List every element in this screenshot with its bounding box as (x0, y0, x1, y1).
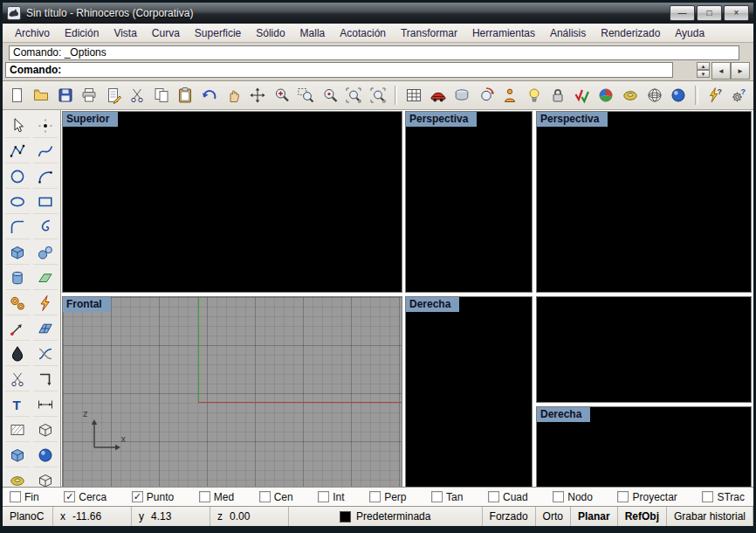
menu-item-solido[interactable]: Sólido (249, 25, 292, 41)
circle-icon[interactable] (5, 165, 30, 189)
corner-icon[interactable] (33, 368, 58, 391)
menu-item-vista[interactable]: Vista (107, 25, 143, 41)
box-icon[interactable] (5, 241, 30, 265)
fillet-icon[interactable] (5, 216, 30, 239)
menu-item-herramientas[interactable]: Herramientas (465, 25, 542, 41)
cube-icon[interactable] (33, 469, 58, 487)
scroll-up-button[interactable]: ▲ (697, 62, 710, 70)
osnap-checkbox-proyectar[interactable] (617, 491, 629, 502)
menu-item-acotacion[interactable]: Acotación (333, 25, 393, 41)
lights-icon[interactable] (524, 85, 545, 106)
move-view-icon[interactable] (247, 85, 268, 106)
gears-icon[interactable] (5, 292, 30, 315)
menu-item-edicion[interactable]: Edición (58, 25, 106, 41)
viewport-derecha-bottom[interactable]: Derecha (536, 406, 752, 487)
zoom-selected-icon[interactable] (320, 85, 340, 106)
osnap-item-fin[interactable]: Fin (10, 491, 39, 503)
menu-item-renderizado[interactable]: Renderizado (594, 25, 667, 41)
statusbar-orto[interactable]: Orto (536, 507, 571, 526)
text-icon[interactable]: T (5, 393, 30, 417)
layers-icon[interactable] (452, 85, 473, 106)
rectangle-icon[interactable] (33, 190, 58, 214)
rotate-view-icon[interactable] (476, 85, 497, 106)
osnap-checkbox-punto[interactable]: ✓ (132, 491, 143, 502)
statusbar-refobj[interactable]: RefObj (618, 507, 667, 526)
open-file-icon[interactable] (31, 85, 52, 106)
viewport-derecha-mid-label[interactable]: Derecha (406, 297, 459, 312)
osnap-checkbox-cuad[interactable] (488, 491, 499, 502)
osnap-checkbox-strac[interactable] (702, 491, 713, 502)
osnap-item-punto[interactable]: ✓Punto (132, 491, 174, 503)
viewport-superior-label[interactable]: Superior (63, 112, 118, 127)
minimize-button[interactable]: — (670, 5, 695, 21)
new-file-icon[interactable] (7, 85, 28, 106)
statusbar-planar[interactable]: Planar (571, 507, 618, 526)
point-icon[interactable] (33, 114, 58, 138)
osnap-checkbox-cerca[interactable]: ✓ (64, 491, 75, 502)
osnap-checkbox-perp[interactable] (369, 491, 381, 502)
viewport-frontal[interactable]: Frontal z x (62, 296, 402, 487)
statusbar-forzado[interactable]: Forzado (483, 507, 536, 526)
statusbar-grabar-historial[interactable]: Grabar historial (667, 507, 753, 526)
shaded-view-icon[interactable] (668, 85, 689, 106)
command-history[interactable]: Comando: _Options (9, 45, 739, 60)
plane-icon[interactable] (33, 266, 58, 290)
osnap-item-proyectar[interactable]: Proyectar (617, 491, 677, 503)
osnap-checkbox-nodo[interactable] (553, 491, 564, 502)
curve-icon[interactable] (33, 140, 58, 163)
wireframe-icon[interactable] (644, 85, 665, 106)
viewport-perspectiva-right[interactable]: Perspectiva (536, 111, 752, 293)
osnap-checkbox-tan[interactable] (431, 491, 443, 502)
torus-icon[interactable] (5, 469, 30, 487)
command-input[interactable]: Comando: (5, 62, 673, 78)
osnap-checkbox-int[interactable] (318, 491, 329, 502)
osnap-item-cen[interactable]: Cen (259, 491, 293, 503)
scroll-right-button[interactable]: ► (731, 62, 750, 80)
hatch-icon[interactable] (5, 419, 30, 442)
osnap-item-tan[interactable]: Tan (431, 491, 463, 503)
dimension-icon[interactable] (33, 393, 58, 417)
save-icon[interactable] (55, 85, 76, 106)
notes-icon[interactable] (103, 85, 124, 106)
named-views-icon[interactable] (428, 85, 449, 106)
select-arrow-icon[interactable] (5, 114, 30, 138)
set-view-icon[interactable] (500, 85, 521, 106)
menu-item-superficie[interactable]: Superficie (188, 25, 248, 41)
osnap-item-strac[interactable]: STrac (702, 491, 745, 503)
undo-icon[interactable] (199, 85, 220, 106)
viewport-frontal-label[interactable]: Frontal (63, 297, 111, 312)
osnap-checkbox-cen[interactable] (259, 491, 271, 502)
options-icon[interactable]: ? (728, 85, 749, 106)
osnap-item-nodo[interactable]: Nodo (553, 491, 593, 503)
menu-item-archivo[interactable]: Archivo (8, 25, 57, 41)
osnap-item-med[interactable]: Med (199, 491, 234, 503)
viewport-perspectiva-right-label[interactable]: Perspectiva (537, 112, 608, 127)
close-button[interactable]: × (724, 5, 749, 21)
viewport-derecha-mid[interactable]: Derecha (405, 296, 533, 487)
viewport-perspectiva-mid[interactable]: Perspectiva (405, 111, 533, 293)
menu-item-curva[interactable]: Curva (145, 25, 187, 41)
analyze-drop-icon[interactable] (5, 343, 30, 366)
arc-icon[interactable] (33, 165, 58, 189)
join-icon[interactable] (33, 343, 58, 366)
ellipse-icon[interactable] (5, 190, 30, 214)
osnap-checkbox-fin[interactable] (10, 491, 21, 502)
print-icon[interactable] (79, 85, 100, 106)
block-icon[interactable] (33, 419, 58, 442)
menu-item-ayuda[interactable]: Ayuda (668, 25, 711, 41)
pan-icon[interactable] (223, 85, 244, 106)
scroll-down-button[interactable]: ▼ (697, 70, 710, 78)
viewport-derecha-bottom-label[interactable]: Derecha (537, 407, 590, 422)
osnap-item-cerca[interactable]: ✓Cerca (64, 491, 107, 503)
move-point-icon[interactable] (5, 317, 30, 341)
menu-item-transformar[interactable]: Transformar (394, 25, 464, 41)
lock-icon[interactable] (548, 85, 569, 106)
help-bolt-icon[interactable]: ? (704, 85, 725, 106)
zoom-dynamic-icon[interactable] (271, 85, 292, 106)
viewport-layout-icon[interactable] (403, 85, 424, 106)
trim-icon[interactable] (5, 368, 30, 391)
surface-icon[interactable] (33, 317, 58, 341)
cplane-button[interactable]: PlanoC (3, 507, 53, 526)
render-icon[interactable] (596, 85, 617, 106)
menu-item-analisis[interactable]: Análisis (543, 25, 593, 41)
